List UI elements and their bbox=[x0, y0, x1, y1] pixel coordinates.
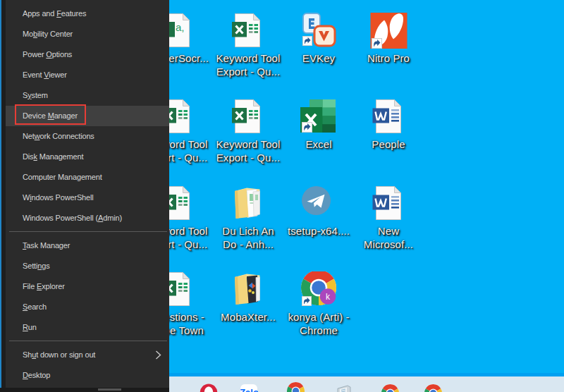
svg-text:k: k bbox=[326, 292, 331, 302]
svg-text:Zalo: Zalo bbox=[240, 387, 258, 392]
svg-text:a,: a, bbox=[176, 21, 185, 33]
